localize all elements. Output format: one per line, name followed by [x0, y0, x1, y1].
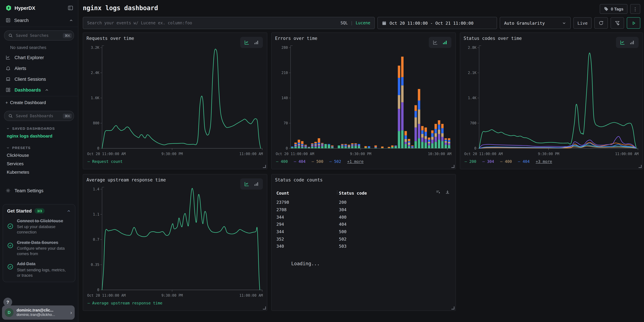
saved-dashboards-field[interactable]	[15, 113, 61, 118]
table-row[interactable]: 344500	[275, 228, 452, 235]
get-started-step-add-data[interactable]: Add Data Start sending logs, metrics, or…	[7, 261, 71, 278]
bar-segment-500	[331, 146, 334, 147]
preset-clickhouse[interactable]: ClickHouse	[0, 151, 78, 160]
bar-segment-404	[358, 146, 360, 146]
get-started-step-connect[interactable]: Connect to ClickHouse Set up your databa…	[7, 218, 71, 235]
line-chart-icon[interactable]	[432, 40, 438, 45]
bar-chart-icon[interactable]	[442, 40, 448, 45]
table-row[interactable]: 294404	[275, 221, 452, 228]
granularity-value: Auto Granularity	[504, 20, 545, 26]
cell-status-code: 200	[339, 200, 451, 205]
column-header-count[interactable]: Count	[276, 190, 339, 196]
sidebar-item-dashboards[interactable]: Dashboards	[0, 84, 78, 95]
legend-item-500[interactable]: — 500	[312, 159, 323, 164]
y-axis-tick-label: 1.6K	[91, 96, 99, 100]
bar-chart-icon[interactable]	[254, 181, 259, 187]
legend-item-404[interactable]: — 404	[294, 159, 306, 164]
legend-item-400[interactable]: — 400	[500, 159, 512, 164]
chart-canvas[interactable]: 2.8K2.1K1.4K7000Oct 20 11:00:00 AM9:30:0…	[464, 42, 639, 157]
chart-canvas[interactable]: 3.2K2.4K1.6K8000Oct 20 11:00:00 AM9:30:0…	[86, 42, 264, 157]
dashboard-link-nginx[interactable]: nginx logs dashboard	[0, 132, 78, 140]
presets-section[interactable]: PRESETS	[0, 143, 78, 151]
user-menu[interactable]: D dominic.tran@clic... dominic.tran@clic…	[2, 306, 75, 320]
bar-chart-icon[interactable]	[629, 40, 635, 45]
bar-segment-400	[428, 146, 430, 148]
saved-searches-field[interactable]	[15, 33, 61, 38]
sidebar-item-client-sessions[interactable]: Client Sessions	[0, 74, 78, 84]
requests-chart[interactable]: 3.2K2.4K1.6K8000Oct 20 11:00:00 AM9:30:0…	[86, 42, 264, 158]
granularity-select[interactable]: Auto Granularity	[500, 17, 571, 29]
table-row[interactable]: 352502	[275, 235, 452, 242]
preset-kubernetes[interactable]: Kubernetes	[0, 168, 78, 176]
filters-button[interactable]	[610, 17, 624, 29]
saved-dashboards-input[interactable]: ⌘K	[4, 111, 74, 121]
sidebar-item-label: Search	[14, 18, 66, 23]
legend-item-Average upstream response time[interactable]: — Average upstream response time	[88, 301, 162, 306]
legend-item-Request count[interactable]: — Request count	[88, 159, 123, 164]
legend-more-link[interactable]: +1 more	[347, 159, 364, 164]
panel-resize-handle[interactable]	[638, 165, 642, 168]
y-axis-tick-label: 140	[282, 96, 288, 100]
column-drag-handle[interactable]: ⋮	[335, 190, 339, 194]
avg-upstream-chart[interactable]: 1.41.10.70.350Oct 20 11:00:00 AM9:30:00 …	[86, 183, 264, 300]
event-search-input[interactable]	[83, 20, 336, 25]
legend-item-200[interactable]: — 200	[464, 159, 476, 164]
line-chart-icon[interactable]	[620, 40, 626, 45]
errors-chart[interactable]: 280210140700Oct 20 11:00:00 AM9:30:00 PM…	[275, 42, 452, 158]
live-button[interactable]: Live	[574, 17, 592, 29]
bar-segment-404	[374, 147, 377, 148]
panel-resize-handle[interactable]	[263, 165, 266, 168]
sql-toggle[interactable]: SQL	[340, 20, 348, 25]
table-row[interactable]: 340503	[275, 242, 452, 250]
collapse-sidebar-icon[interactable]	[68, 5, 73, 11]
legend-item-502[interactable]: — 502	[330, 159, 341, 164]
legend-item-400[interactable]: — 400	[276, 159, 288, 164]
saved-searches-input[interactable]: ⌘K	[4, 30, 74, 40]
sidebar-item-alerts[interactable]: Alerts	[0, 63, 78, 74]
table-row[interactable]: 2708304	[275, 206, 452, 213]
brand[interactable]: HyperDX	[6, 5, 68, 11]
dashboard-menu-button[interactable]: ⋮	[630, 4, 640, 14]
legend-item-304[interactable]: — 304	[482, 159, 494, 164]
sidebar-item-search[interactable]: Search	[0, 14, 78, 26]
sidebar-item-chart-explorer[interactable]: Chart Explorer	[0, 52, 78, 63]
tags-button[interactable]: 0 Tags	[600, 4, 628, 14]
legend-more-link[interactable]: +3 more	[536, 159, 552, 164]
panel-resize-handle[interactable]	[452, 306, 454, 310]
lucene-toggle[interactable]: Lucene	[356, 20, 370, 25]
saved-dashboards-section[interactable]: SAVED DASHBOARDS	[0, 124, 78, 132]
table-filter-icon[interactable]	[436, 190, 440, 194]
kbd-shortcut: ⌘K	[63, 33, 72, 38]
cell-status-code: 503	[339, 244, 451, 249]
bar-segment-503	[424, 128, 427, 132]
line-chart-icon[interactable]	[244, 40, 250, 45]
sidebar-item-label: Team Settings	[14, 188, 44, 193]
run-query-button[interactable]	[627, 17, 640, 29]
time-range-picker[interactable]: Oct 20 11:00:00 - Oct 21 11:00:00	[378, 17, 497, 29]
line-chart-icon[interactable]	[244, 181, 250, 187]
download-icon[interactable]	[445, 190, 450, 194]
chevron-up-icon[interactable]	[66, 209, 71, 213]
panel-resize-handle[interactable]	[263, 306, 266, 310]
bar-chart-icon[interactable]	[254, 40, 259, 45]
panel-resize-handle[interactable]	[452, 165, 454, 168]
column-header-status-code[interactable]: Status code	[339, 190, 451, 196]
chart-legend: — 200— 304— 400— 404+3 more	[464, 159, 639, 164]
refresh-button[interactable]	[594, 17, 608, 29]
preset-services[interactable]: Services	[0, 160, 78, 168]
bar-segment-502	[414, 111, 417, 118]
bar-segment-500	[428, 142, 430, 144]
legend-item-404[interactable]: — 404	[518, 159, 530, 164]
help-button[interactable]: ?	[4, 298, 12, 306]
chart-canvas[interactable]: 280210140700Oct 20 11:00:00 AM9:30:00 PM…	[275, 42, 452, 157]
chart-canvas[interactable]: 1.41.10.70.350Oct 20 11:00:00 AM9:30:00 …	[86, 183, 264, 299]
sidebar-item-team-settings[interactable]: Team Settings	[0, 185, 78, 196]
create-dashboard-button[interactable]: +Create Dashboard	[0, 97, 78, 108]
get-started-step-sources[interactable]: Create Data Sources Configure where your…	[7, 240, 71, 256]
status-codes-chart[interactable]: 2.8K2.1K1.4K7000Oct 20 11:00:00 AM9:30:0…	[464, 42, 639, 158]
bar-segment-503	[321, 143, 324, 144]
table-row[interactable]: 23798200	[275, 199, 452, 206]
table-row[interactable]: 344400	[275, 213, 452, 221]
cell-status-code: 502	[339, 236, 451, 242]
bar-segment-500	[314, 144, 317, 146]
